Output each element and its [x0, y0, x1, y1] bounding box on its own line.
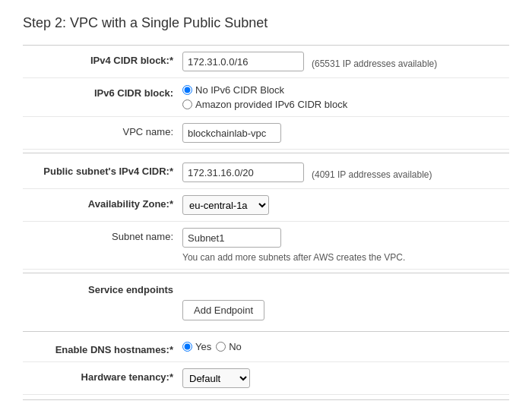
dns-yes-radio[interactable]	[182, 342, 192, 352]
subnet-name-input[interactable]	[182, 228, 281, 248]
ipv6-no-option[interactable]: No IPv6 CIDR Block	[182, 84, 284, 96]
footer: Cancel and Exit Back Create VPC	[23, 399, 509, 404]
dns-no-label: No	[229, 341, 242, 352]
dns-no-radio[interactable]	[216, 342, 226, 352]
subnet-info-text: You can add more subnets after AWS creat…	[182, 251, 405, 263]
ipv6-amazon-option[interactable]: Amazon provided IPv6 CIDR block	[182, 99, 347, 110]
ipv6-no-label: No IPv6 CIDR Block	[195, 84, 284, 96]
ipv6-amazon-radio[interactable]	[182, 99, 192, 109]
ipv6-no-radio[interactable]	[182, 85, 192, 95]
add-endpoint-button[interactable]: Add Endpoint	[182, 300, 264, 320]
ipv4-cidr-input[interactable]	[182, 52, 304, 71]
ipv6-amazon-label: Amazon provided IPv6 CIDR block	[195, 99, 347, 110]
tenancy-label: Hardware tenancy:*	[23, 368, 182, 383]
az-label: Availability Zone:*	[23, 195, 182, 210]
dns-yes-label: Yes	[195, 341, 211, 352]
dns-label: Enable DNS hostnames:*	[23, 341, 182, 355]
subnet-name-label: Subnet name:	[23, 228, 182, 242]
public-subnet-input[interactable]	[182, 163, 304, 182]
section-divider-2	[23, 273, 509, 273]
add-endpoint-spacer	[23, 300, 182, 303]
service-endpoints-label: Service endpoints	[23, 284, 182, 295]
section-divider-3	[23, 331, 509, 332]
vpc-name-label: VPC name:	[23, 123, 182, 137]
ipv4-cidr-label: IPv4 CIDR block:*	[23, 52, 182, 66]
public-subnet-label: Public subnet's IPv4 CIDR:*	[23, 163, 182, 177]
az-select[interactable]: eu-central-1a eu-central-1b eu-central-1…	[182, 195, 269, 215]
public-subnet-hint: (4091 IP addresses available)	[309, 166, 432, 180]
page-title: Step 2: VPC with a Single Public Subnet	[23, 15, 509, 31]
ipv4-cidr-hint: (65531 IP addresses available)	[309, 55, 437, 69]
section-divider-1	[23, 153, 509, 153]
tenancy-select[interactable]: Default Dedicated	[182, 368, 250, 388]
ipv6-cidr-label: IPv6 CIDR block:	[23, 84, 182, 99]
vpc-name-input[interactable]	[182, 123, 281, 143]
dns-yes-option[interactable]: Yes	[182, 341, 211, 352]
dns-no-option[interactable]: No	[216, 341, 242, 352]
